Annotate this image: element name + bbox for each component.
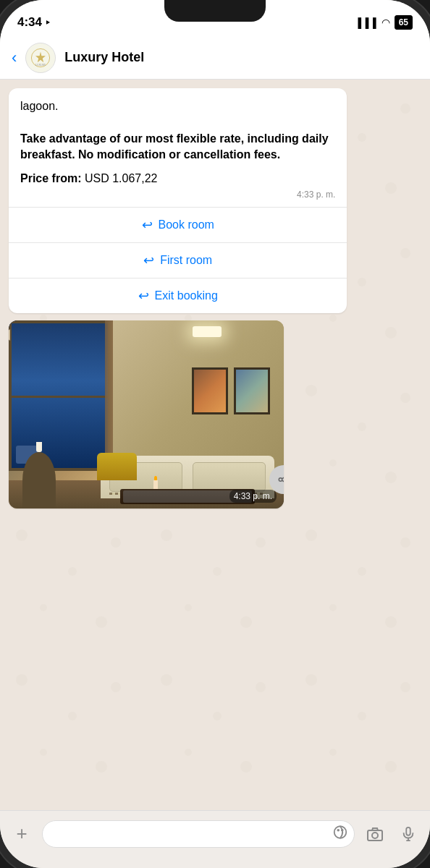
room-scene xyxy=(9,320,284,509)
svg-text:HOTEL: HOTEL xyxy=(38,67,44,67)
svg-point-10 xyxy=(342,829,343,830)
book-room-button[interactable]: ↩ Book room xyxy=(9,207,347,242)
plus-icon: + xyxy=(16,822,27,845)
exit-booking-label: Exit booking xyxy=(155,289,218,302)
candle xyxy=(153,480,158,489)
accent-chair xyxy=(97,453,137,480)
price-line: Price from: USD 1.067,22 xyxy=(20,171,335,187)
message-text: lagoon. Take advantage of our most flexi… xyxy=(20,98,335,187)
bold-text: Take advantage of our most flexible rate… xyxy=(20,132,329,161)
artwork-1 xyxy=(192,367,228,414)
bottom-bar: + xyxy=(0,810,430,868)
signal-icon: ▐▐▐ xyxy=(355,17,377,28)
first-room-label: First room xyxy=(160,254,212,267)
image-timestamp: 4:33 p. m. xyxy=(229,490,277,503)
microphone-button[interactable] xyxy=(395,821,421,847)
price-label: Price from: xyxy=(20,172,81,184)
plus-button[interactable]: + xyxy=(9,821,35,847)
svg-point-8 xyxy=(334,826,347,838)
book-room-label: Book room xyxy=(159,218,214,231)
svg-point-9 xyxy=(337,829,339,830)
hotel-room-image xyxy=(9,320,284,509)
phone-notch xyxy=(164,0,266,22)
vase xyxy=(36,442,42,452)
svg-point-12 xyxy=(372,833,378,838)
message-input-container[interactable] xyxy=(42,820,355,848)
small-side-table xyxy=(22,452,56,509)
time-display: 4:34 xyxy=(17,15,42,30)
location-icon: ‣ xyxy=(45,17,51,28)
price-value: USD 1.067,22 xyxy=(85,172,158,184)
first-room-button[interactable]: ↩ First room xyxy=(9,242,347,278)
svg-point-4 xyxy=(279,478,282,482)
back-button[interactable]: ‹ xyxy=(12,48,17,67)
svg-rect-13 xyxy=(406,827,410,835)
hotel-room-image-bubble: 4:33 p. m. xyxy=(9,320,284,509)
first-room-icon: ↩ xyxy=(143,252,154,268)
camera-button[interactable] xyxy=(362,821,388,847)
status-icons-area: ▐▐▐ ◠ 65 xyxy=(355,15,413,30)
candle-flame xyxy=(154,476,157,480)
svg-text:LUXURY: LUXURY xyxy=(35,64,46,67)
message-input[interactable] xyxy=(53,827,344,841)
svg-line-6 xyxy=(282,480,284,482)
wifi-icon: ◠ xyxy=(381,17,390,28)
svg-line-7 xyxy=(282,477,284,479)
exit-booking-button[interactable]: ↩ Exit booking xyxy=(9,278,347,313)
artwork-container xyxy=(192,367,270,414)
hotel-name: Luxury Hotel xyxy=(64,50,144,65)
sofa-cushion-right xyxy=(193,462,266,492)
artwork-2 xyxy=(234,367,270,414)
exit-booking-icon: ↩ xyxy=(138,288,149,304)
status-time-area: 4:34 ‣ xyxy=(17,15,51,30)
hotel-logo-icon: LUXURY HOTEL xyxy=(30,48,51,68)
battery-indicator: 65 xyxy=(395,15,413,30)
message-timestamp: 4:33 p. m. xyxy=(20,190,335,200)
partial-text: lagoon. xyxy=(20,100,59,112)
hotel-avatar: LUXURY HOTEL xyxy=(25,43,56,73)
bubble-content: lagoon. Take advantage of our most flexi… xyxy=(9,88,347,207)
book-room-icon: ↩ xyxy=(142,217,153,233)
chat-area: lagoon. Take advantage of our most flexi… xyxy=(0,80,430,810)
sticker-icon[interactable] xyxy=(332,824,348,843)
hotel-message-bubble: lagoon. Take advantage of our most flexi… xyxy=(9,88,347,313)
nav-bar: ‹ LUXURY HOTEL Luxury Hotel xyxy=(0,36,430,80)
ceiling-light xyxy=(193,326,222,337)
window-horizontal-bar xyxy=(9,396,111,398)
